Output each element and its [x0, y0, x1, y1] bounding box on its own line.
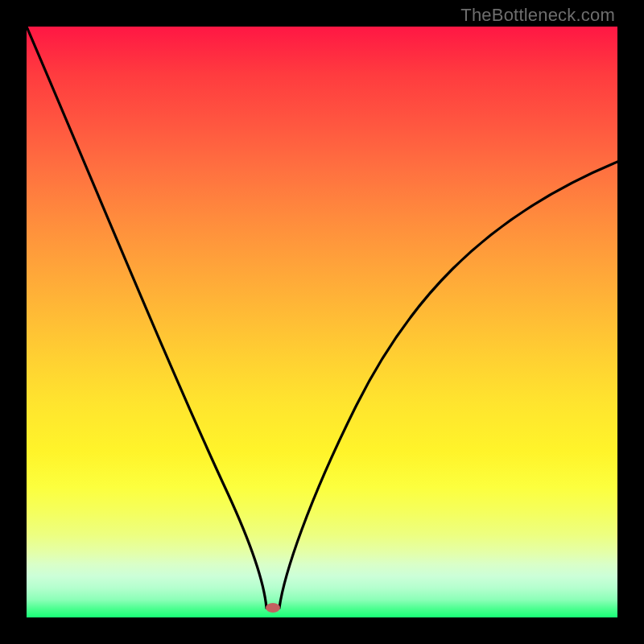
watermark-text: TheBottleneck.com	[460, 5, 615, 26]
chart-frame: TheBottleneck.com	[0, 0, 644, 644]
gradient-plot-area	[27, 27, 617, 617]
